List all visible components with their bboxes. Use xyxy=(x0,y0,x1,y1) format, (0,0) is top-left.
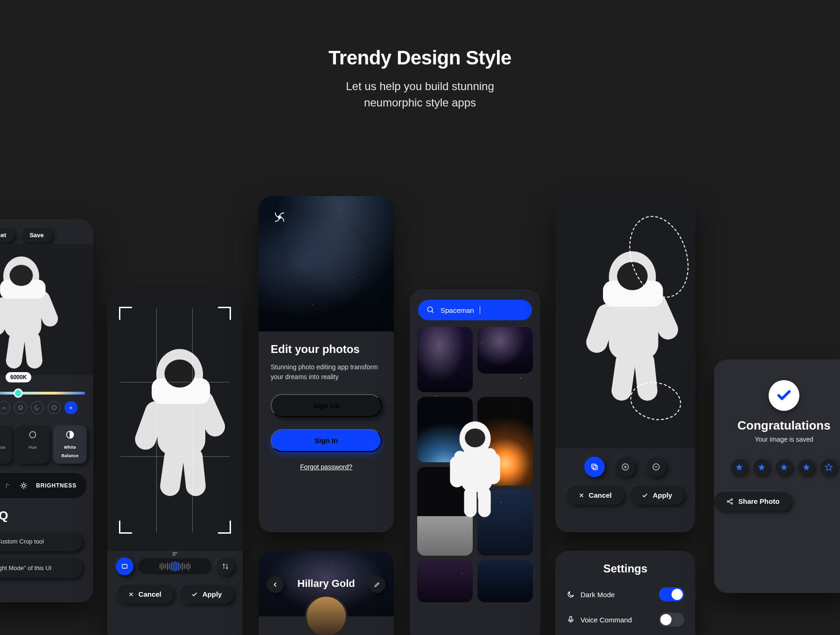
tool-subtract-icon[interactable] xyxy=(646,457,666,477)
tool-add-icon[interactable] xyxy=(615,457,636,477)
apply-button[interactable]: Apply xyxy=(179,585,234,604)
preset-icon[interactable] xyxy=(48,401,61,414)
onboarding-title: Edit your photos xyxy=(271,343,382,356)
rotation-scale[interactable]: 0° xyxy=(138,558,212,574)
avatar xyxy=(305,595,348,635)
whitebalance-slider[interactable] xyxy=(0,392,85,395)
screen-editor-adjust: Reset Save 6000K K Sa xyxy=(0,219,93,602)
preset-icon[interactable] xyxy=(14,401,27,414)
screen-lasso: Cancel Apply xyxy=(555,196,695,532)
save-button[interactable]: Save xyxy=(21,228,52,242)
svg-point-12 xyxy=(29,431,35,437)
svg-rect-24 xyxy=(122,564,127,568)
settings-title: Settings xyxy=(555,551,695,582)
screen-crop: 0° Cancel Apply xyxy=(107,289,243,635)
faq-heading: FAQ xyxy=(0,508,82,523)
faq-item[interactable]: e Custom Crop tool xyxy=(0,531,82,551)
apply-button[interactable]: Apply xyxy=(630,486,685,505)
svg-rect-4 xyxy=(5,331,26,369)
flip-icon[interactable] xyxy=(217,557,234,575)
screen-settings: Settings Dark Mode Voice Command xyxy=(555,551,695,635)
share-photo-button[interactable]: Share Photo xyxy=(714,492,791,511)
screen-congrats: Congratulations Your image is saved Shar… xyxy=(714,360,840,593)
rating-stars[interactable] xyxy=(714,459,840,476)
preset-icon-active[interactable]: K xyxy=(64,401,77,414)
svg-point-7 xyxy=(10,265,33,286)
setting-label: Voice Command xyxy=(581,616,632,624)
congrats-title: Congratulations xyxy=(714,418,840,433)
dark-mode-toggle[interactable] xyxy=(659,587,684,601)
svg-text:K: K xyxy=(70,406,72,409)
cancel-button[interactable]: Cancel xyxy=(116,585,174,604)
hero-title: Trendy Design Style xyxy=(0,47,840,69)
svg-point-25 xyxy=(278,216,280,218)
success-check-icon xyxy=(769,380,799,411)
voice-command-toggle[interactable] xyxy=(659,613,684,627)
edit-icon[interactable] xyxy=(369,576,385,593)
faq-item[interactable]: "Light Mode" of this UI xyxy=(0,558,82,578)
preset-icon[interactable] xyxy=(0,401,10,414)
tool-duplicate-icon[interactable] xyxy=(584,457,605,477)
svg-rect-37 xyxy=(486,453,500,484)
app-logo-icon xyxy=(270,207,289,227)
kelvin-readout: 6000K xyxy=(6,372,31,382)
crop-grid[interactable] xyxy=(120,308,230,532)
moon-icon xyxy=(567,590,575,599)
tab-hue[interactable]: Hue xyxy=(16,425,49,464)
svg-rect-38 xyxy=(464,487,476,517)
svg-rect-5 xyxy=(23,331,43,369)
mic-icon xyxy=(567,615,575,624)
congrats-subtitle: Your image is saved xyxy=(714,436,840,443)
brightness-strip[interactable]: BRIGHTNESS xyxy=(0,473,87,498)
svg-rect-49 xyxy=(593,466,597,470)
cancel-button[interactable]: Cancel xyxy=(567,486,624,505)
svg-rect-39 xyxy=(478,487,491,517)
back-icon[interactable] xyxy=(267,576,284,593)
tab-saturation[interactable]: Saturation xyxy=(0,425,12,464)
preset-icon[interactable] xyxy=(31,401,44,414)
svg-rect-53 xyxy=(570,616,572,621)
onboarding-tagline: Stunning photo editing app transform you… xyxy=(271,362,382,382)
tab-white-balance[interactable]: White Balance xyxy=(53,425,87,464)
svg-point-40 xyxy=(465,429,485,447)
hero-subtitle: Let us help you build stunning neumorphi… xyxy=(0,78,840,111)
screen-search: Spaceman xyxy=(410,289,540,635)
svg-rect-36 xyxy=(450,456,464,487)
screen-onboarding: Edit your photos Stunning photo editing … xyxy=(259,196,394,532)
svg-point-9 xyxy=(19,406,22,409)
signup-button[interactable]: Sign Up xyxy=(271,394,382,417)
aspect-lock-icon[interactable] xyxy=(116,557,133,575)
setting-label: Dark Mode xyxy=(581,591,615,599)
forgot-password-link[interactable]: Forgot password? xyxy=(271,463,382,471)
svg-point-15 xyxy=(22,484,25,487)
reset-button[interactable]: Reset xyxy=(0,228,14,242)
svg-rect-50 xyxy=(592,464,596,468)
svg-point-10 xyxy=(52,406,56,410)
screen-profile-header: Hillary Gold xyxy=(259,551,394,635)
signin-button[interactable]: Sign In xyxy=(271,429,382,452)
share-icon xyxy=(726,498,734,505)
